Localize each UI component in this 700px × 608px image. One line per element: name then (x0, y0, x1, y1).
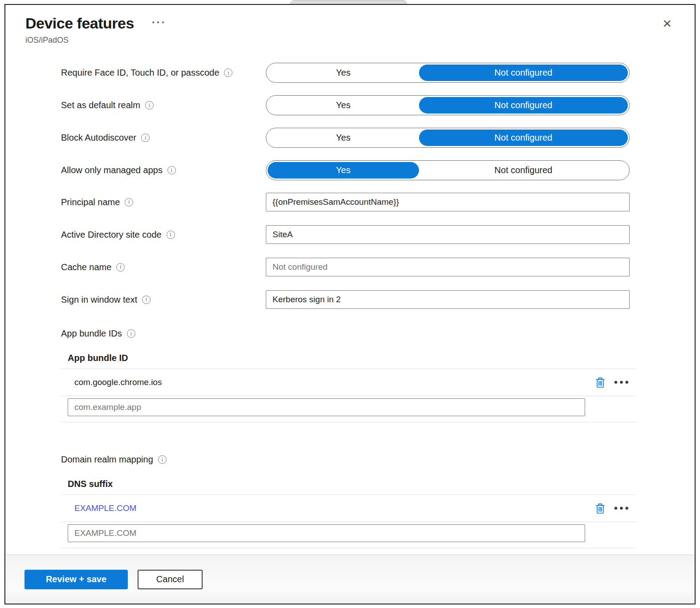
info-icon[interactable]: i (158, 455, 167, 464)
domain-realm-section: Domain realm mapping i DNS suffix EXAMPL… (61, 454, 636, 548)
setting-row-block-autodiscover: Block Autodiscover i Yes Not configured (61, 128, 636, 148)
settings-form: Require Face ID, Touch ID, or passcode i… (61, 63, 636, 548)
add-row (61, 522, 636, 548)
table-row: com.google.chrome.ios (61, 369, 636, 396)
setting-row-cache-name: Cache name i (61, 258, 636, 276)
toggle-managed-apps: Yes Not configured (266, 160, 630, 180)
toggle-option-yes[interactable]: Yes (268, 130, 419, 146)
device-features-dialog: Device features··· iOS/iPadOS × Require … (4, 4, 696, 604)
more-options-icon[interactable]: ••• (614, 504, 631, 513)
principal-name-input[interactable] (266, 193, 630, 211)
row-actions: ••• (595, 377, 636, 388)
toggle-option-not-configured[interactable]: Not configured (419, 97, 628, 113)
setting-label: Block Autodiscover i (61, 133, 266, 143)
toggle-default-realm: Yes Not configured (266, 95, 630, 115)
page-title: Device features (25, 15, 134, 32)
cancel-button[interactable]: Cancel (138, 570, 203, 589)
info-icon[interactable]: i (116, 263, 125, 272)
toggle-option-yes[interactable]: Yes (268, 162, 419, 178)
setting-label: Require Face ID, Touch ID, or passcode i (61, 68, 266, 78)
cache-name-input[interactable] (266, 258, 630, 276)
app-bundle-id-input[interactable] (68, 398, 585, 416)
review-save-button[interactable]: Review + save (24, 570, 128, 589)
toggle-require-faceid: Yes Not configured (266, 63, 630, 83)
toggle-option-yes[interactable]: Yes (268, 97, 419, 113)
info-icon[interactable]: i (141, 134, 150, 142)
info-icon[interactable]: i (224, 69, 232, 77)
toggle-option-yes[interactable]: Yes (268, 65, 419, 81)
info-icon[interactable]: i (142, 296, 151, 304)
setting-label: Active Directory site code i (61, 230, 266, 240)
divider (61, 422, 636, 422)
setting-row-principal-name: Principal name i (61, 193, 636, 211)
row-actions: ••• (595, 503, 636, 514)
setting-row-default-realm: Set as default realm i Yes Not configure… (61, 95, 636, 115)
section-label: Domain realm mapping i (61, 454, 636, 465)
dns-suffix-input[interactable] (68, 524, 585, 542)
column-header: DNS suffix (68, 479, 636, 489)
setting-label: Cache name i (61, 262, 266, 272)
divider (61, 548, 636, 548)
setting-label: Set as default realm i (61, 100, 266, 110)
screen: Device features··· iOS/iPadOS × Require … (0, 0, 700, 608)
dns-suffix-link[interactable]: EXAMPLE.COM (74, 503, 136, 513)
setting-row-signin-window-text: Sign in window text i (61, 290, 636, 309)
table-row: EXAMPLE.COM ••• (61, 495, 636, 522)
ad-site-code-input[interactable] (266, 225, 630, 244)
app-bundle-id-value: com.google.chrome.ios (74, 377, 162, 387)
close-icon[interactable]: × (663, 16, 672, 31)
info-icon[interactable]: i (125, 198, 133, 207)
column-header: App bundle ID (68, 353, 636, 363)
background-window-edge (290, 0, 407, 4)
dialog-header: Device features··· iOS/iPadOS × (5, 5, 695, 45)
toggle-option-not-configured[interactable]: Not configured (419, 65, 628, 81)
toggle-option-not-configured[interactable]: Not configured (419, 130, 628, 146)
dialog-footer: Review + save Cancel (5, 555, 695, 604)
toggle-option-not-configured[interactable]: Not configured (419, 162, 628, 178)
page-subtitle: iOS/iPadOS (25, 36, 675, 45)
section-label: App bundle IDs i (61, 328, 636, 339)
info-icon[interactable]: i (167, 231, 175, 239)
delete-icon[interactable] (595, 377, 605, 388)
setting-label: Sign in window text i (61, 295, 266, 305)
delete-icon[interactable] (595, 503, 605, 514)
add-row (61, 396, 636, 422)
info-icon[interactable]: i (167, 166, 176, 174)
setting-label: Allow only managed apps i (61, 165, 266, 175)
app-bundle-section: App bundle IDs i App bundle ID com.googl… (61, 328, 636, 422)
title-more-menu-icon[interactable]: ··· (152, 16, 167, 28)
info-icon[interactable]: i (127, 329, 135, 338)
toggle-block-autodiscover: Yes Not configured (266, 128, 630, 148)
info-icon[interactable]: i (145, 101, 154, 109)
setting-row-managed-apps: Allow only managed apps i Yes Not config… (61, 160, 636, 180)
signin-window-text-input[interactable] (266, 290, 630, 309)
setting-row-require-faceid: Require Face ID, Touch ID, or passcode i… (61, 63, 636, 83)
setting-label: Principal name i (61, 197, 266, 207)
setting-row-ad-site-code: Active Directory site code i (61, 225, 636, 244)
more-options-icon[interactable]: ••• (614, 378, 631, 387)
